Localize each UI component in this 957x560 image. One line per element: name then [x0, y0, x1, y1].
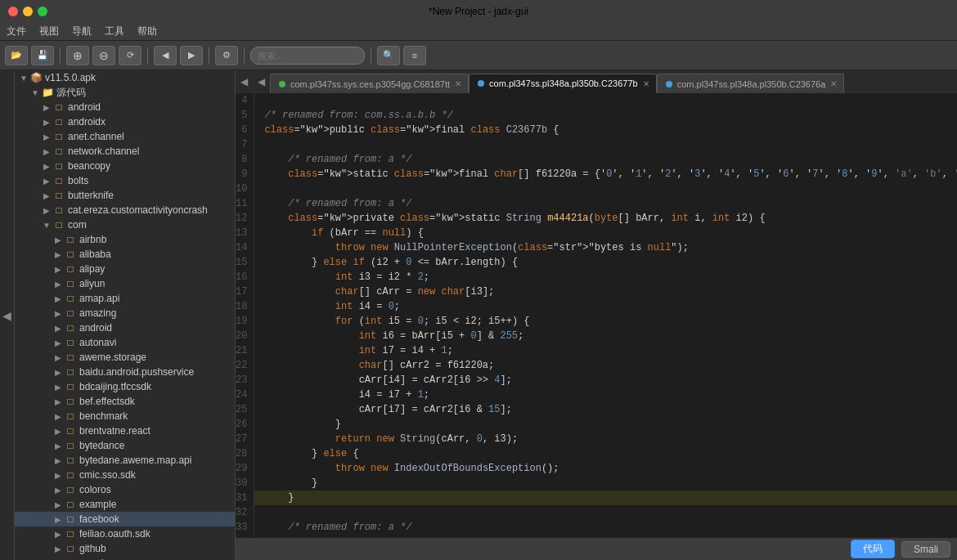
- line-number: 24: [236, 388, 254, 402]
- sidebar-item-root[interactable]: ▼ 📦 v11.5.0.apk: [15, 70, 235, 85]
- sidebar-item-example[interactable]: ▶ □ example: [15, 497, 235, 512]
- sidebar-item-google[interactable]: ▶ □ google: [15, 556, 235, 560]
- sidebar-item-android[interactable]: ▶ □ android: [15, 100, 235, 114]
- sidebar-item-airbnb[interactable]: ▶ □ airbnb: [15, 232, 235, 247]
- sidebar-item-anet[interactable]: ▶ □ anet.channel: [15, 129, 235, 144]
- tab-2[interactable]: com.pl347ss.pl348a.pl350b.C23677b ✕: [469, 74, 657, 93]
- sidebar-item-bdcaijing[interactable]: ▶ □ bdcaijing.tfccsdk: [15, 379, 235, 394]
- menu-nav[interactable]: 导航: [72, 25, 92, 38]
- search-input[interactable]: [250, 47, 365, 65]
- toolbar-forward[interactable]: ▶: [180, 46, 203, 65]
- line-number: 17: [236, 284, 254, 299]
- toolbar-open[interactable]: 📂: [5, 46, 28, 65]
- tab-close-1[interactable]: ✕: [455, 79, 461, 88]
- sidebar-item-alipay[interactable]: ▶ □ alipay: [15, 262, 235, 276]
- toolbar-zoom-out[interactable]: ⊖: [92, 46, 115, 65]
- line-code: throw new NullPointerException(class="st…: [254, 240, 957, 255]
- tab-close-2[interactable]: ✕: [643, 79, 649, 88]
- table-row: 16 int i3 = i2 * 2;: [236, 270, 957, 284]
- table-row: 9 class="kw">static class="kw">final cha…: [236, 167, 957, 181]
- sidebar-item-brentvatne[interactable]: ▶ □ brentvatne.react: [15, 423, 235, 438]
- sidebar-item-cmic[interactable]: ▶ □ cmic.sso.sdk: [15, 468, 235, 482]
- sidebar-item-autonavi[interactable]: ▶ □ autonavi: [15, 335, 235, 350]
- sidebar-item-github[interactable]: ▶ □ github: [15, 541, 235, 556]
- toolbar-back[interactable]: ◀: [154, 46, 177, 65]
- sidebar-item-benchmark[interactable]: ▶ □ benchmark: [15, 409, 235, 423]
- toolbar-sep-4: [244, 47, 245, 64]
- line-number: 30: [236, 476, 254, 491]
- sidebar-item-bef[interactable]: ▶ □ bef.effectsdk: [15, 394, 235, 409]
- line-code: }: [254, 417, 957, 432]
- line-code: return new String(cArr, 0, i3);: [254, 432, 957, 446]
- tab-3[interactable]: com.pl347ss.pl348a.pl350b.C23676a ✕: [657, 74, 845, 93]
- table-row: 22 char[] cArr2 = f61220a;: [236, 358, 957, 373]
- tab-dot-2: [478, 80, 484, 87]
- sidebar-item-cat[interactable]: ▶ □ cat.ereza.customactivityoncrash: [15, 203, 235, 217]
- toolbar-search-btn[interactable]: 🔍: [377, 46, 400, 65]
- sidebar-item-aliyun[interactable]: ▶ □ aliyun: [15, 276, 235, 291]
- sidebar-item-bytedance[interactable]: ▶ □ bytedance: [15, 438, 235, 453]
- sidebar-item-facebook[interactable]: ▶ □ facebook: [15, 512, 235, 526]
- sidebar-item-android-com[interactable]: ▶ □ android: [15, 320, 235, 335]
- sidebar-item-androidx[interactable]: ▶ □ androidx: [15, 114, 235, 129]
- close-button[interactable]: [8, 7, 18, 16]
- tab-strip: ◀ com.pl347ss.sys.ces.p3054gg.C68187tt ✕…: [236, 70, 957, 93]
- sidebar-item-alibaba[interactable]: ▶ □ alibaba: [15, 247, 235, 262]
- line-number: 8: [236, 152, 254, 167]
- sidebar-item-baidu[interactable]: ▶ □ baidu.android.pushservice: [15, 365, 235, 379]
- maximize-button[interactable]: [38, 7, 47, 16]
- toolbar-sep-5: [371, 47, 371, 64]
- sidebar-item-feiliao[interactable]: ▶ □ feiliao.oauth.sdk: [15, 526, 235, 541]
- line-code: class="kw">public class="kw">static Stri…: [254, 535, 957, 537]
- sidebar-item-beancopy[interactable]: ▶ □ beancopy: [15, 159, 235, 173]
- sidebar-item-bytedane[interactable]: ▶ □ bytedane.aweme.map.api: [15, 453, 235, 468]
- toolbar-save[interactable]: 💾: [31, 46, 54, 65]
- sidebar-item-aweme[interactable]: ▶ □ aweme.storage: [15, 350, 235, 365]
- sidebar-item-com[interactable]: ▼ □ com: [15, 217, 235, 232]
- sidebar-item-butterknife[interactable]: ▶ □ butterknife: [15, 188, 235, 203]
- line-code: class="kw">public class="kw">final class…: [254, 123, 957, 137]
- line-number: 23: [236, 373, 254, 388]
- toolbar: 📂 💾 ⊕ ⊖ ⟳ ◀ ▶ ⚙ 🔍 ≡: [0, 41, 957, 70]
- toolbar-filter[interactable]: ≡: [403, 46, 426, 65]
- menu-tools[interactable]: 工具: [105, 25, 124, 38]
- line-code: [254, 505, 957, 520]
- sidebar-item-network[interactable]: ▶ □ network.channel: [15, 144, 235, 159]
- line-code: class="kw">static class="kw">final char[…: [254, 167, 957, 181]
- menu-help[interactable]: 帮助: [137, 25, 157, 38]
- tab-close-3[interactable]: ✕: [830, 79, 837, 88]
- menu-view[interactable]: 视图: [39, 25, 59, 38]
- table-row: 11 /* renamed from: a */: [236, 196, 957, 211]
- sidebar-item-source[interactable]: ▼ 📁 源代码: [15, 85, 235, 100]
- toolbar-decompile[interactable]: ⚙: [215, 46, 238, 65]
- toolbar-sync[interactable]: ⟳: [119, 46, 142, 65]
- table-row: 14 throw new NullPointerException(class=…: [236, 240, 957, 255]
- sidebar-item-amap[interactable]: ▶ □ amap.api: [15, 291, 235, 306]
- line-number: 14: [236, 240, 254, 255]
- menu-file[interactable]: 文件: [7, 25, 26, 38]
- table-row: 23 cArr[i4] = cArr2[i6 >> 4];: [236, 373, 957, 388]
- line-number: 26: [236, 417, 254, 432]
- sidebar-toggle[interactable]: ◀: [0, 70, 15, 560]
- tab-1[interactable]: com.pl347ss.sys.ces.p3054gg.C68187tt ✕: [270, 74, 469, 93]
- line-code: char[] cArr2 = f61220a;: [254, 358, 957, 373]
- line-code: /* renamed from: com.ss.a.b.b */: [254, 108, 957, 123]
- table-row: 15 } else if (i2 + 0 <= bArr.length) {: [236, 255, 957, 270]
- minimize-button[interactable]: [23, 7, 33, 16]
- code-view-button[interactable]: 代码: [851, 540, 895, 558]
- sidebar-item-amazing[interactable]: ▶ □ amazing: [15, 306, 235, 320]
- tab-scroll-left[interactable]: ◀: [253, 76, 270, 87]
- table-row: 30 }: [236, 476, 957, 491]
- line-number: 25: [236, 402, 254, 417]
- toolbar-sep-2: [147, 47, 148, 64]
- root-label: v11.5.0.apk: [45, 72, 96, 83]
- sidebar-item-coloros[interactable]: ▶ □ coloros: [15, 482, 235, 497]
- sidebar: ▼ 📦 v11.5.0.apk ▼ 📁 源代码 ▶ □ android ▶ □ …: [15, 70, 236, 560]
- sidebar-item-bolts[interactable]: ▶ □ bolts: [15, 173, 235, 188]
- smali-view-button[interactable]: Smali: [901, 541, 950, 558]
- table-row: 31 }: [236, 491, 957, 505]
- line-number: 13: [236, 226, 254, 240]
- code-editor[interactable]: 4 5/* renamed from: com.ss.a.b.b */6clas…: [236, 93, 957, 537]
- toolbar-zoom-in[interactable]: ⊕: [66, 46, 89, 65]
- table-row: 26 }: [236, 417, 957, 432]
